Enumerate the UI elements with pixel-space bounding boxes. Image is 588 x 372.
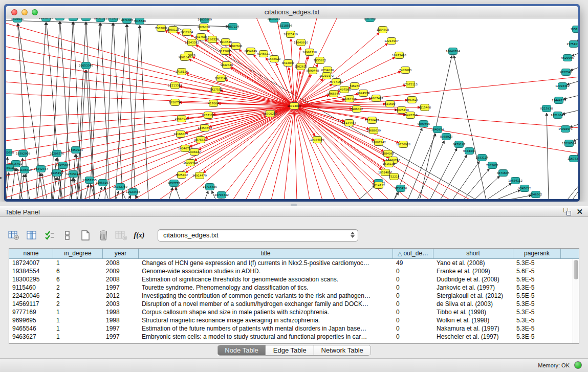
column-header-out_de[interactable]: △out_de… (393, 249, 433, 258)
graph-edge[interactable] (440, 155, 467, 199)
graph-node[interactable]: 3884067 (382, 150, 395, 157)
graph-node[interactable]: 8322037 (282, 60, 295, 67)
table-row[interactable]: 911546021997Tourette syndrome. Phenomeno… (9, 283, 579, 292)
graph-node[interactable]: 1810754 (169, 99, 182, 106)
graph-edge[interactable] (169, 188, 172, 199)
graph-node[interactable]: 20707342 (214, 192, 229, 199)
graph-edge[interactable] (6, 106, 294, 129)
graph-node[interactable]: 8267110 (202, 112, 215, 119)
graph-node[interactable]: 12213967 (384, 38, 399, 45)
graph-edge[interactable] (189, 59, 294, 106)
table-mode-button[interactable] (7, 229, 20, 242)
graph-node[interactable]: 6466160 (94, 18, 107, 22)
graph-edge[interactable] (127, 25, 136, 199)
graph-node[interactable]: 7515546 (134, 18, 146, 25)
graph-node[interactable]: 1145191 (51, 170, 63, 177)
graph-node[interactable]: 15751074 (567, 41, 578, 48)
column-header-title[interactable]: title (139, 249, 393, 258)
graph-edge[interactable] (85, 185, 89, 199)
graph-node[interactable]: 9671385 (121, 18, 134, 24)
table-row[interactable]: 1830029562008Estimation of significance … (9, 275, 579, 283)
graph-edge[interactable] (486, 183, 512, 199)
graph-node[interactable]: 746266 (350, 83, 360, 90)
table-row[interactable]: 977716911998Corpus callosum shape and si… (9, 308, 579, 316)
graph-node[interactable]: 17957255 (82, 177, 97, 184)
graph-node[interactable]: 417004 (208, 100, 219, 107)
column-header-name[interactable]: name (9, 249, 53, 258)
delete-columns-button[interactable] (97, 229, 110, 242)
graph-node[interactable]: 8878334 (194, 137, 207, 143)
graph-node[interactable]: 3624574 (357, 90, 370, 97)
graph-node[interactable]: 2718126 (176, 69, 188, 75)
citation-network-graph[interactable]: 4405571200914061055328716553287152700764… (6, 18, 578, 199)
graph-edge[interactable] (26, 174, 30, 199)
graph-node[interactable]: 7986322 (351, 106, 363, 113)
graph-node[interactable]: 7485063 (399, 67, 412, 74)
graph-edge[interactable] (6, 106, 294, 164)
graph-node[interactable]: 9699695 (418, 121, 430, 127)
graph-node[interactable]: 17975115 (403, 81, 418, 88)
graph-node[interactable]: 20053346 (79, 62, 93, 69)
graph-node[interactable]: 18640910 (294, 39, 308, 46)
graph-node[interactable]: 10553287 (53, 18, 67, 20)
column-header-short[interactable]: short (433, 249, 513, 258)
graph-node[interactable]: 8471676 (497, 170, 510, 177)
close-panel-icon[interactable]: ✕ (576, 208, 583, 215)
graph-edge[interactable] (567, 184, 578, 199)
graph-node[interactable]: 1154808 (377, 27, 389, 33)
graph-node[interactable]: 9777169 (330, 79, 343, 85)
graph-node[interactable]: 10756928 (396, 141, 410, 148)
graph-edge[interactable] (37, 173, 40, 199)
graph-edge[interactable] (6, 106, 294, 152)
graph-edge[interactable] (6, 23, 294, 106)
graph-node[interactable]: 2226058 (198, 24, 210, 31)
graph-edge[interactable] (53, 178, 56, 199)
float-panel-icon[interactable] (563, 208, 571, 215)
graph-node[interactable]: 12353594 (198, 125, 212, 132)
graph-edge[interactable] (358, 186, 375, 199)
graph-node[interactable]: 1167531 (568, 156, 578, 162)
graph-node[interactable]: 8990448 (307, 68, 319, 74)
graph-node[interactable]: 1588520 (268, 56, 281, 62)
graph-node[interactable]: 16210172 (319, 73, 334, 79)
create-column-button[interactable] (79, 229, 92, 242)
graph-edge[interactable] (454, 56, 486, 199)
graph-node[interactable]: 2803144 (215, 75, 228, 82)
graph-node[interactable]: 9474444 (463, 148, 476, 155)
graph-edge[interactable] (100, 23, 110, 199)
graph-edge[interactable] (430, 148, 457, 199)
graph-node[interactable]: 8215938 (540, 105, 553, 112)
tab-network-table[interactable]: Network Table (314, 345, 371, 355)
graph-edge[interactable] (107, 106, 294, 199)
table-row[interactable]: 1938455462009Genome-wide association stu… (9, 267, 579, 275)
graph-node[interactable]: 10654112 (508, 178, 522, 184)
graph-node[interactable]: 10719185 (106, 18, 120, 22)
graph-node[interactable]: 9463627 (406, 97, 419, 103)
graph-node[interactable]: 16961758 (302, 49, 317, 56)
graph-node[interactable]: 9657771 (168, 180, 181, 187)
function-builder-button[interactable]: f(x) (133, 229, 146, 242)
tab-edge-table[interactable]: Edge Table (266, 345, 314, 355)
graph-node[interactable]: 16914479 (192, 172, 207, 179)
graph-node[interactable]: 1151218 (571, 26, 578, 33)
graph-edge[interactable] (6, 106, 294, 141)
graph-node[interactable]: 8454749 (245, 48, 257, 55)
graph-canvas[interactable]: 4405571200914061055328716553287152700764… (6, 18, 578, 199)
graph-edge[interactable] (572, 53, 578, 56)
graph-edge[interactable] (86, 22, 95, 199)
graph-node[interactable]: 20091406 (39, 18, 53, 21)
graph-node[interactable]: 2687682 (364, 18, 377, 22)
graph-node[interactable]: 16033809 (198, 18, 212, 23)
graph-node[interactable]: 12093382 (555, 83, 570, 90)
table-row[interactable]: 946362711997Embryonic stem cells: a mode… (9, 333, 579, 341)
graph-node[interactable]: 19716485 (203, 184, 217, 190)
graph-edge[interactable] (452, 161, 480, 199)
graph-node[interactable]: 9345052 (518, 185, 531, 192)
delete-table-button[interactable] (115, 229, 128, 242)
graph-node[interactable]: 1840954 (431, 126, 444, 133)
graph-edge[interactable] (570, 124, 578, 127)
graph-edge[interactable] (105, 23, 113, 199)
show-columns-button[interactable] (25, 229, 38, 242)
graph-node[interactable]: 7625402 (176, 172, 188, 179)
graph-edge[interactable] (36, 23, 46, 199)
